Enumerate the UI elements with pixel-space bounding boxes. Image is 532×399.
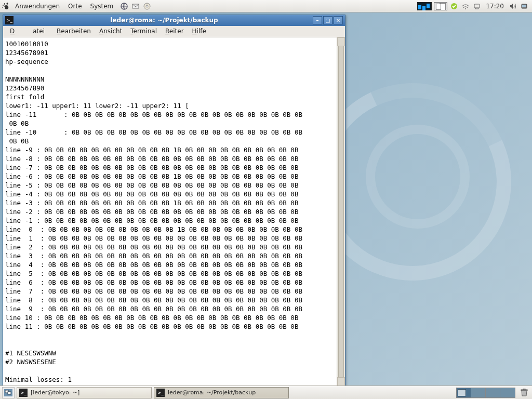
workspace-3[interactable]	[486, 388, 500, 397]
menu-help[interactable]: Hilfe	[189, 26, 210, 36]
mail-launcher-icon[interactable]	[130, 1, 141, 11]
terminal-window: >_ leder@roma: ~/Projekt/backup – ▢ ✕ Da…	[3, 15, 345, 387]
network-icon[interactable]	[461, 2, 470, 11]
taskbar-item-tokyo[interactable]: >_ [leder@tokyo: ~]	[17, 387, 152, 398]
menu-tabs[interactable]: Reiter	[162, 26, 188, 36]
help-launcher-icon[interactable]	[142, 1, 152, 11]
window-titlebar[interactable]: >_ leder@roma: ~/Projekt/backup – ▢ ✕	[3, 15, 345, 26]
trash-icon[interactable]	[518, 387, 530, 398]
top-panel: Anwendungen Orte System 17:20	[0, 0, 532, 12]
menu-terminal[interactable]: Terminal	[127, 26, 161, 36]
scrollbar-thumb[interactable]	[338, 46, 344, 378]
terminal-titlebar-icon: >_	[5, 16, 14, 24]
gnome-foot-icon[interactable]	[0, 1, 11, 12]
quick-launchers	[119, 1, 152, 11]
close-button[interactable]: ✕	[334, 16, 343, 24]
svg-rect-6	[474, 4, 480, 8]
workspace-1[interactable]	[457, 388, 471, 397]
minimize-button[interactable]: –	[313, 16, 322, 24]
window-title: leder@roma: ~/Projekt/backup	[17, 17, 312, 24]
menu-applications[interactable]: Anwendungen	[11, 1, 63, 11]
taskbar-item-roma[interactable]: >_ leder@roma: ~/Projekt/backup	[154, 387, 289, 398]
workspace-4[interactable]	[500, 388, 515, 397]
terminal-icon: >_	[156, 389, 165, 397]
bottom-panel: >_ [leder@tokyo: ~] >_ leder@roma: ~/Pro…	[0, 385, 532, 399]
svg-point-5	[465, 8, 466, 9]
svg-rect-13	[523, 389, 525, 390]
menu-places[interactable]: Orte	[64, 1, 85, 11]
menu-edit[interactable]: Bearbeiten	[53, 26, 95, 36]
taskbar-item-label: leder@roma: ~/Projekt/backup	[168, 389, 256, 396]
volume-icon[interactable]	[508, 2, 517, 11]
maximize-button[interactable]: ▢	[323, 16, 332, 24]
browser-launcher-icon[interactable]	[119, 1, 129, 11]
taskbar-item-label: [leder@tokyo: ~]	[31, 389, 79, 396]
svg-rect-8	[522, 5, 526, 7]
terminal-output[interactable]: 10010010010 12345678901 hp-sequence NNNN…	[3, 37, 337, 386]
terminal-menubar: Datei Bearbeiten Ansicht Terminal Reiter…	[3, 26, 345, 37]
terminal-icon: >_	[19, 389, 28, 397]
svg-point-3	[146, 5, 148, 7]
update-notifier-icon[interactable]	[449, 2, 459, 11]
workspace-2[interactable]	[471, 388, 486, 397]
system-monitor-applet[interactable]	[417, 2, 432, 10]
window-list-applet-icon[interactable]	[434, 2, 447, 10]
menu-system[interactable]: System	[87, 1, 117, 11]
notification-icon[interactable]	[472, 2, 482, 11]
shutdown-icon[interactable]	[520, 2, 529, 11]
clock[interactable]: 17:20	[484, 3, 506, 10]
menu-file-label: atei	[29, 26, 48, 36]
svg-rect-11	[8, 392, 11, 394]
workspace-switcher[interactable]	[456, 388, 515, 398]
terminal-scrollbar[interactable]	[337, 37, 345, 386]
system-tray: 17:20	[417, 2, 532, 11]
top-menu-bar: Anwendungen Orte System	[11, 1, 117, 11]
menu-file[interactable]: Datei	[6, 26, 52, 36]
wallpaper-swirl-inner	[366, 125, 470, 229]
show-desktop-button[interactable]	[2, 387, 15, 398]
menu-view[interactable]: Ansicht	[96, 26, 126, 36]
terminal-body-wrap: 10010010010 12345678901 hp-sequence NNNN…	[3, 37, 345, 386]
